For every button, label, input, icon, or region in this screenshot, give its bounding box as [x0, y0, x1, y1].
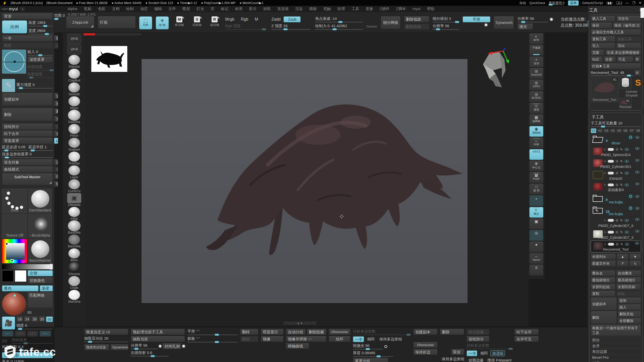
polish-ring-toggle[interactable] [384, 345, 387, 348]
gravity-strength-slider[interactable]: 重力强度 0 [16, 82, 53, 88]
insert-subtool-button[interactable]: 插入 [618, 304, 641, 310]
delete-all-subtool-button[interactable]: 全部删除 [618, 318, 641, 324]
brush-thumb-icon[interactable] [68, 96, 80, 106]
dynamesh-bottom-button[interactable]: Dynamesh [110, 344, 128, 350]
gradient-button[interactable]: 渐变 [40, 285, 53, 291]
focal-18-button[interactable]: 18 [16, 316, 23, 322]
keep-creases-button[interactable]: 保持折边 [413, 349, 437, 355]
resolution-toggle-dot[interactable] [550, 18, 553, 21]
thickness-slider[interactable]: 厚度 0.08485 [353, 351, 393, 357]
curve-delete-button[interactable]: 删除 [54, 166, 58, 172]
mask-by-polygroup-slider[interactable]: 按多边形组遮罩 0 [2, 152, 53, 158]
collapsed-section[interactable]: 对齐 [591, 360, 641, 362]
collapse-arrow-icon[interactable]: ▼ [604, 172, 606, 174]
half2-button[interactable]: 一半 [467, 350, 477, 356]
alternate-button[interactable]: 交替 [28, 270, 53, 276]
menu-item[interactable]: Alpha [68, 7, 77, 11]
bb-delete-button[interactable]: 删除 [440, 329, 464, 335]
delete-lower-button[interactable]: 删除低级 [404, 16, 429, 22]
brush-thumb-icon[interactable]: S [67, 44, 81, 54]
detect-edges-button[interactable]: 侦测边缘 [467, 357, 485, 362]
mirror-button[interactable]: 镜像 [54, 181, 58, 187]
brush-thumb-icon[interactable] [68, 221, 80, 231]
brush-slot[interactable]: Standar [63, 55, 86, 68]
view-tab[interactable]: V6 [622, 128, 628, 133]
value-gradient-bar[interactable] [2, 264, 53, 269]
ui-opacity-slider[interactable]: 界面透明 0 [549, 1, 565, 5]
brush-slot[interactable]: Blinn [63, 248, 86, 262]
brush-thumb-icon[interactable] [68, 290, 80, 300]
brush-slot[interactable]: CurveTu [63, 179, 86, 193]
auto-label[interactable]: 自动 [519, 1, 526, 5]
folder-eye-icon[interactable] [635, 242, 639, 245]
clone-button[interactable]: 克隆 [591, 50, 604, 56]
right-shelf-button[interactable]: Dynam ◐ 独立 [529, 207, 543, 218]
restore-button[interactable]: ❐ [632, 1, 635, 5]
adaptive-button[interactable]: 自适应 [490, 350, 505, 356]
focal-50-button[interactable]: 50 [46, 316, 53, 322]
menu-item[interactable]: 编辑 [154, 7, 162, 11]
brush-slot[interactable]: SnakeH [63, 138, 86, 151]
right-shelf-button[interactable]: Line Fill ▦ PolyF [529, 172, 543, 183]
zremesher-main-button[interactable]: ZRemesher [329, 329, 350, 335]
scale-button[interactable]: 比例 [2, 20, 27, 33]
menu-item[interactable]: 纹理 [337, 7, 345, 11]
polypaint-toggle-icon[interactable] [608, 231, 614, 234]
collapsed-section[interactable]: 布尔运算 [591, 348, 641, 354]
double-target-button[interactable]: 双倍 [451, 349, 464, 355]
save-button[interactable]: 保存 [591, 23, 612, 28]
tray-divider-handle[interactable] [640, 8, 644, 18]
sub-projection-slider[interactable]: 次级投射 0.6 [131, 350, 169, 356]
draw-size-slider[interactable]: 绘制大小 41.42062 [315, 24, 363, 30]
sdiv-level-slider[interactable]: 细分级别 3 [433, 16, 459, 22]
default-zscript-label[interactable]: DefaultZScript [582, 1, 603, 5]
subtool-scrollbar[interactable] [587, 20, 588, 27]
focal-24-button[interactable]: 24 [24, 316, 31, 322]
subtool-row[interactable]: ✎ 8 ▼ ✎ ma kuijia [591, 193, 641, 205]
delete-all-button[interactable]: 全部删除 [54, 116, 58, 122]
right-shelf-button[interactable]: S [529, 265, 543, 276]
subtool-row[interactable]: ✎ 4 ▼ ✎ dizuo [591, 134, 641, 146]
brush-thumb-icon[interactable] [68, 207, 80, 217]
lazy-radius-slider[interactable]: 延迟半径 1 [28, 145, 53, 151]
background-button[interactable]: 背景 [2, 13, 53, 19]
visibility-eye-icon[interactable] [625, 148, 629, 151]
dynamesh-resolution-bottom-slider[interactable]: 分辨率 56 [131, 343, 158, 349]
collapsed-section[interactable]: 拆分 [591, 337, 641, 343]
folder-gear-icon[interactable] [629, 135, 633, 139]
folder-eye-icon[interactable] [635, 136, 639, 139]
color-picker[interactable] [2, 239, 27, 263]
lazy-step-slider[interactable]: 延迟步进 0.05 [2, 145, 27, 151]
double-button[interactable]: 双倍 [54, 35, 58, 41]
right-shelf-button[interactable]: ◎ Zoom2D [529, 68, 543, 79]
split-groups-button[interactable]: 按组拆分 [2, 124, 53, 130]
depth-mask-button[interactable]: 深度遮罩 [27, 57, 53, 63]
paste-tool-button[interactable]: 粘贴工具 [616, 36, 641, 42]
brush-thumb-icon[interactable] [68, 165, 80, 175]
switch-color-button[interactable]: 切换颜色 [28, 278, 53, 284]
insert-button[interactable]: 插入 [54, 101, 58, 107]
double-sided-button[interactable]: 双面显示 [261, 329, 284, 335]
collapse-arrow-icon[interactable]: ▼ [604, 231, 606, 234]
append-button[interactable]: 追加 [54, 93, 58, 99]
smooth-deform-slider[interactable]: 平滑xyz [187, 329, 238, 335]
gravity-pencil-icon[interactable]: ✎ [2, 79, 15, 92]
right-shelf-button[interactable]: ◒ [529, 195, 543, 206]
menu-item[interactable]: 变换 [366, 7, 373, 11]
right-shelf-button[interactable]: + 滚动 [529, 57, 543, 67]
menu-item[interactable]: 色彩 [98, 7, 105, 11]
brush-slot[interactable]: D [63, 34, 86, 44]
move-axis-button[interactable]: M移动轴 [172, 16, 186, 27]
z-mirror-button[interactable]: >Z< [27, 331, 38, 337]
right-shelf-button[interactable]: ◎ 100% [529, 80, 543, 90]
menu-item[interactable]: myui [413, 7, 421, 11]
right-shelf-button[interactable]: 子像素 [529, 45, 543, 56]
copy-subtool-button[interactable]: 复制 [591, 291, 615, 297]
lazymouse-button[interactable]: LazyMouse [54, 138, 58, 144]
save-as-button[interactable]: 另存为 [616, 16, 641, 22]
brush-thumb-icon[interactable]: ▣ [67, 193, 81, 203]
all-to-target-button[interactable]: 全部到目标 [616, 284, 641, 290]
visibility-eye-icon[interactable] [625, 160, 629, 163]
mrgb-button[interactable]: Mrgb [225, 16, 234, 22]
folder-gear-icon[interactable] [629, 206, 633, 210]
